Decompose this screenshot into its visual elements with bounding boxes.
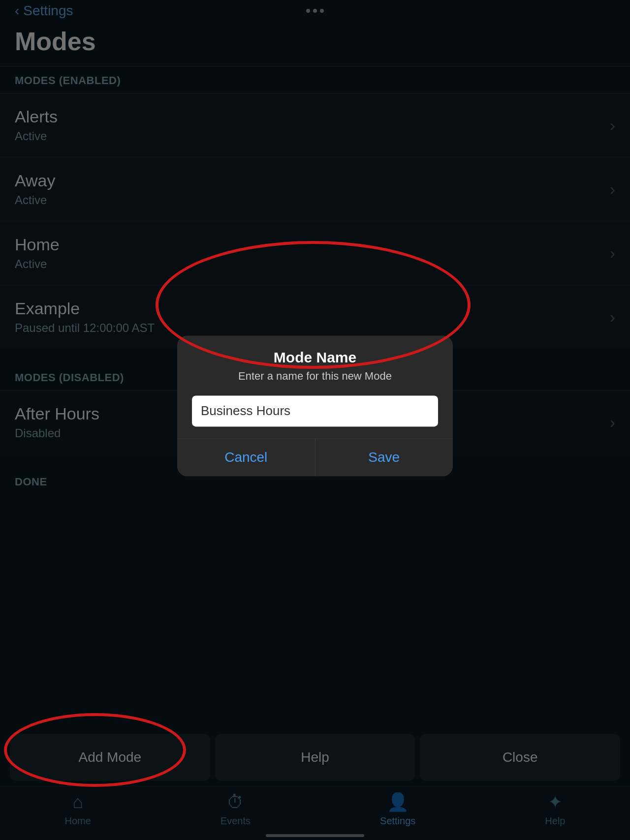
dialog-input-area [177, 388, 453, 438]
dialog-subtitle: Enter a name for this new Mode [192, 370, 438, 383]
dialog-actions: Cancel Save [177, 438, 453, 476]
mode-name-dialog: Mode Name Enter a name for this new Mode… [177, 335, 453, 476]
cancel-button[interactable]: Cancel [177, 439, 315, 476]
mode-name-input[interactable] [192, 395, 438, 426]
dialog-title: Mode Name [192, 349, 438, 366]
dialog-header: Mode Name Enter a name for this new Mode [177, 335, 453, 388]
save-button[interactable]: Save [315, 439, 453, 476]
